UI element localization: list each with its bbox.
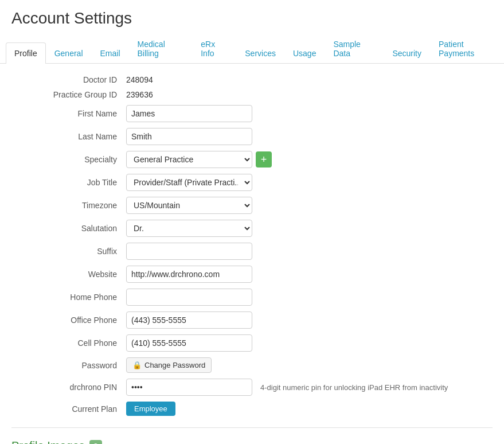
doctor-id-label: Doctor ID xyxy=(11,75,126,84)
website-label: Website xyxy=(11,270,126,279)
password-label: Password xyxy=(11,361,126,370)
section-divider xyxy=(11,427,493,428)
tab-profile[interactable]: Profile xyxy=(6,42,46,64)
home-phone-row: Home Phone xyxy=(11,289,493,306)
main-content: Doctor ID 248094 Practice Group ID 23963… xyxy=(0,64,504,444)
home-phone-input[interactable] xyxy=(126,289,252,306)
tab-erx-info[interactable]: eRx Info xyxy=(192,33,236,64)
practice-group-id-value: 239636 xyxy=(126,90,153,99)
salutation-row: Salutation Dr. Mr. Mrs. Ms. xyxy=(11,220,493,237)
first-name-label: First Name xyxy=(11,109,126,118)
salutation-label: Salutation xyxy=(11,224,126,233)
last-name-input[interactable] xyxy=(126,128,252,145)
practice-group-id-row: Practice Group ID 239636 xyxy=(11,90,493,99)
suffix-input[interactable] xyxy=(126,243,252,260)
tab-medical-billing[interactable]: Medical Billing xyxy=(129,33,193,64)
specialty-select[interactable]: General Practice Internal Medicine Pedia… xyxy=(126,151,252,168)
home-phone-label: Home Phone xyxy=(11,293,126,302)
change-password-button[interactable]: 🔒 Change Password xyxy=(126,357,212,373)
tab-general[interactable]: General xyxy=(46,42,92,64)
specialty-row: Specialty General Practice Internal Medi… xyxy=(11,151,493,168)
first-name-row: First Name xyxy=(11,105,493,122)
job-title-select[interactable]: Provider/Staff (Private Practi... Other xyxy=(126,174,252,191)
change-password-label: Change Password xyxy=(144,361,205,369)
first-name-input[interactable] xyxy=(126,105,252,122)
website-row: Website xyxy=(11,266,493,283)
specialty-controls: General Practice Internal Medicine Pedia… xyxy=(126,151,272,168)
practice-group-id-label: Practice Group ID xyxy=(11,90,126,99)
timezone-label: Timezone xyxy=(11,201,126,210)
pin-hint: 4-digit numeric pin for unlocking iPad E… xyxy=(260,383,448,392)
pin-row: drchrono PIN 4-digit numeric pin for unl… xyxy=(11,379,493,396)
timezone-select[interactable]: US/Mountain US/Pacific US/Eastern US/Cen… xyxy=(126,197,252,214)
lock-icon: 🔒 xyxy=(132,361,142,369)
profile-form: Doctor ID 248094 Practice Group ID 23963… xyxy=(11,75,493,416)
tab-usage[interactable]: Usage xyxy=(284,42,325,64)
password-row: Password 🔒 Change Password xyxy=(11,357,493,373)
suffix-label: Suffix xyxy=(11,247,126,256)
pin-label: drchrono PIN xyxy=(11,383,126,392)
profile-images-title: Profile Images xyxy=(11,439,85,444)
current-plan-row: Current Plan Employee xyxy=(11,402,493,416)
office-phone-row: Office Phone xyxy=(11,311,493,329)
last-name-row: Last Name xyxy=(11,128,493,145)
job-title-row: Job Title Provider/Staff (Private Practi… xyxy=(11,174,493,191)
tab-services[interactable]: Services xyxy=(236,42,284,64)
doctor-id-value: 248094 xyxy=(126,75,153,84)
website-input[interactable] xyxy=(126,266,252,283)
tab-sample-data[interactable]: Sample Data xyxy=(325,33,384,64)
page-title: Account Settings xyxy=(0,0,504,33)
tab-security[interactable]: Security xyxy=(384,42,430,64)
current-plan-badge: Employee xyxy=(126,402,175,416)
tab-email[interactable]: Email xyxy=(92,42,129,64)
tab-patient-payments[interactable]: Patient Payments xyxy=(430,33,504,64)
office-phone-label: Office Phone xyxy=(11,316,126,325)
timezone-row: Timezone US/Mountain US/Pacific US/Easte… xyxy=(11,197,493,214)
add-specialty-button[interactable]: + xyxy=(256,151,272,168)
suffix-row: Suffix xyxy=(11,243,493,260)
current-plan-label: Current Plan xyxy=(11,404,126,414)
tabs-bar: Profile General Email Medical Billing eR… xyxy=(0,33,504,64)
cell-phone-input[interactable] xyxy=(126,334,252,352)
pin-controls: 4-digit numeric pin for unlocking iPad E… xyxy=(126,379,448,396)
salutation-select[interactable]: Dr. Mr. Mrs. Ms. xyxy=(126,220,252,237)
job-title-label: Job Title xyxy=(11,178,126,187)
cell-phone-label: Cell Phone xyxy=(11,338,126,348)
help-icon[interactable]: ? xyxy=(89,440,102,445)
last-name-label: Last Name xyxy=(11,132,126,141)
cell-phone-row: Cell Phone xyxy=(11,334,493,352)
office-phone-input[interactable] xyxy=(126,311,252,329)
doctor-id-row: Doctor ID 248094 xyxy=(11,75,493,84)
pin-input[interactable] xyxy=(126,379,252,396)
specialty-label: Specialty xyxy=(11,155,126,164)
profile-images-header: Profile Images ? xyxy=(11,439,493,444)
